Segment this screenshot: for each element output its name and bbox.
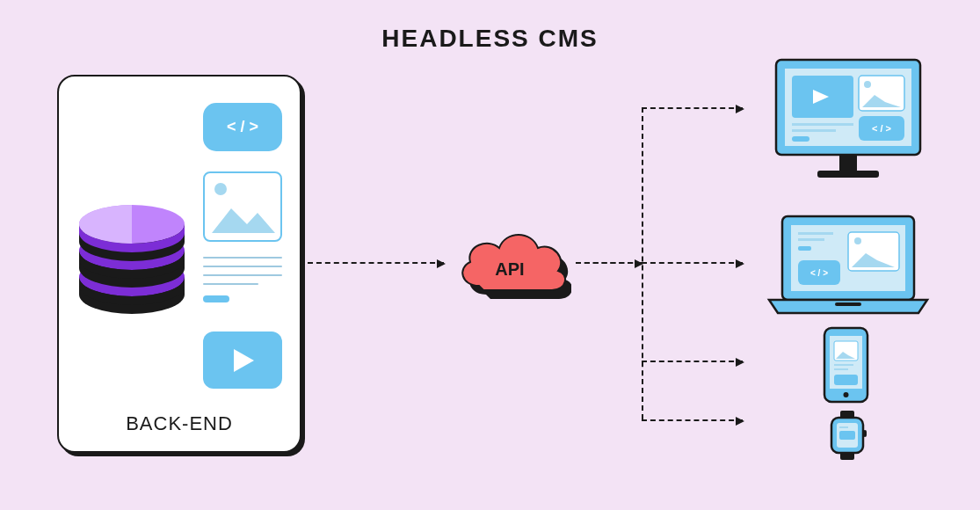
svg-point-38	[844, 392, 849, 397]
video-play-icon	[203, 332, 282, 389]
svg-rect-20	[839, 155, 857, 171]
svg-rect-44	[839, 431, 855, 440]
api-label: API	[495, 259, 524, 280]
arrow-backend-to-api	[308, 262, 444, 264]
arrow-to-laptop	[642, 262, 743, 264]
svg-rect-25	[798, 238, 824, 241]
backend-card: < / > BACK-END	[57, 75, 301, 453]
text-lines-icon	[203, 257, 282, 302]
svg-text:< / >: < / >	[810, 268, 828, 278]
svg-rect-36	[834, 368, 848, 370]
svg-point-9	[214, 183, 227, 195]
svg-point-28	[854, 237, 861, 244]
phone-icon	[822, 325, 870, 408]
code-badge-icon: < / >	[203, 103, 282, 151]
svg-rect-26	[798, 246, 811, 251]
laptop-icon: < / >	[765, 209, 932, 323]
svg-point-14	[864, 81, 871, 88]
svg-rect-43	[839, 426, 848, 428]
arrow-to-watch	[642, 419, 743, 421]
svg-rect-21	[817, 171, 879, 178]
arrow-to-desktop	[642, 107, 743, 109]
svg-rect-35	[834, 364, 853, 366]
arrow-api-out-line	[576, 262, 642, 264]
api-cloud-icon: API	[448, 220, 571, 311]
image-placeholder-icon	[203, 171, 282, 242]
svg-rect-37	[834, 375, 858, 385]
svg-rect-24	[798, 232, 833, 235]
backend-label: BACK-END	[126, 412, 233, 435]
svg-rect-16	[792, 129, 836, 132]
svg-rect-15	[792, 123, 853, 126]
svg-rect-17	[792, 136, 809, 142]
diagram-title: HEADLESS CMS	[381, 25, 598, 53]
code-symbol: < / >	[227, 118, 258, 136]
database-icon	[75, 200, 189, 326]
svg-rect-31	[835, 302, 861, 306]
desktop-icon: < / >	[769, 53, 927, 188]
svg-text:< / >: < / >	[872, 123, 891, 134]
svg-rect-45	[863, 430, 867, 437]
watch-icon	[826, 409, 868, 465]
arrow-to-phone	[642, 361, 743, 362]
